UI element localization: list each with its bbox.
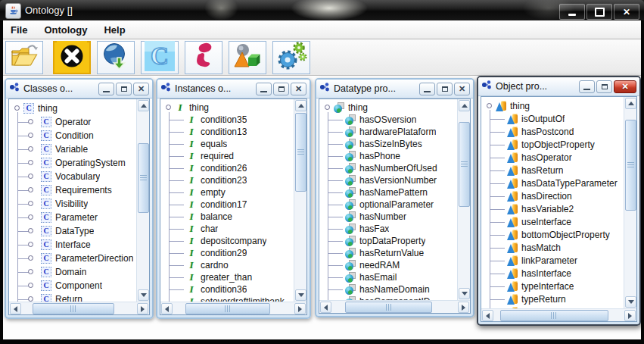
scroll-down-button[interactable] [295,289,306,301]
tree-row-root[interactable]: Cthing [9,102,136,115]
tree-row[interactable]: CParameter [9,211,136,224]
horizontal-scroll-thumb[interactable] [33,303,114,314]
tree-row[interactable]: hasMatch [481,241,624,254]
horizontal-scrollbar[interactable] [9,302,149,314]
tree-row[interactable]: hasDirection [481,189,624,202]
expand-handle-icon[interactable] [487,103,492,108]
tree-row[interactable]: hasNamePattern [319,186,457,199]
tree-row[interactable]: bottomObjectProperty [481,228,624,241]
vertical-scroll-thumb[interactable] [138,143,149,213]
tree-row[interactable]: hasReturnValue [319,247,457,259]
scroll-right-button[interactable] [137,303,148,314]
expand-handle-icon[interactable] [28,269,33,274]
expand-handle-icon[interactable] [28,283,33,288]
tree-row[interactable]: hasPhone [319,150,457,162]
vertical-scroll-thumb[interactable] [295,113,306,192]
tree-row[interactable]: CDataType [9,224,136,238]
scroll-left-button[interactable] [161,303,173,314]
scroll-down-button[interactable] [459,288,470,299]
tree-row-root[interactable]: Ithing [160,102,294,114]
expand-handle-icon[interactable] [325,105,330,110]
tree-row[interactable]: linkParameter [481,254,624,267]
expand-handle-icon[interactable] [28,242,33,247]
tree-row[interactable]: Isetoverdraftlimitbank [160,296,294,302]
shapes-tool-button[interactable] [229,41,266,74]
settings-tool-button[interactable] [272,41,310,74]
tree-row[interactable]: hasOperator [481,151,624,164]
frame-maximize-button[interactable] [596,80,612,93]
frame-minimize-button[interactable] [256,83,272,95]
menu-ontology[interactable]: Ontology [44,24,87,36]
scroll-down-button[interactable] [625,296,636,308]
expand-handle-icon[interactable] [28,160,33,165]
frame-minimize-button[interactable] [579,80,595,93]
tree-row[interactable]: hasSizeInBytes [319,138,457,150]
horizontal-scroll-thumb[interactable] [185,303,270,314]
tree-row[interactable]: hasNumber [319,211,457,223]
instances-tool-button[interactable] [185,41,222,74]
tree-row[interactable]: COperatingSystem [9,156,136,170]
internal-frame-titlebar[interactable]: Object pro...✕ [478,77,639,96]
tree-row[interactable]: Irequired [160,150,294,162]
tree-row[interactable]: CRequirements [9,183,136,197]
tree-row[interactable]: hasVariable2 [481,202,624,215]
tree-row[interactable]: CReturn [9,292,136,302]
close-ontology-button[interactable] [53,41,91,74]
internal-frame-object[interactable]: Object pro...✕thingisOutputOfhasPostcond… [477,76,641,326]
tree-row[interactable]: CParameterDirection [9,252,136,265]
tree-row[interactable]: hasPostcond [481,125,624,138]
frame-close-button[interactable]: ✕ [454,83,470,95]
vertical-scroll-thumb[interactable] [459,122,470,207]
tree-row[interactable]: hasVersionNumber [319,174,457,186]
scroll-left-button[interactable] [482,310,493,321]
tree-row[interactable]: CCondition [9,129,136,142]
vertical-scrollbar[interactable] [624,97,636,308]
scroll-right-button[interactable] [294,303,306,314]
menu-help[interactable]: Help [104,24,125,36]
expand-handle-icon[interactable] [28,119,33,124]
download-ontology-button[interactable] [97,41,135,74]
tree-row[interactable]: Iempty [160,186,294,199]
vertical-scrollbar[interactable] [294,99,306,302]
tree-row[interactable]: Icardno [160,259,294,271]
tree-row[interactable]: Igreater_than [160,271,294,283]
tree-row[interactable]: topDataProperty [319,235,457,247]
tree-row[interactable]: hasOSversion [319,114,457,126]
expand-handle-icon[interactable] [28,146,33,152]
tree-row[interactable]: hasEmail [319,271,457,283]
horizontal-scrollbar[interactable] [160,302,306,314]
scroll-up-button[interactable] [459,100,470,111]
open-ontology-button[interactable] [5,41,43,74]
expand-handle-icon[interactable] [14,105,20,111]
tree-row-root[interactable]: thing [319,102,457,114]
tree-row[interactable]: CInterface [9,238,136,252]
scroll-right-button[interactable] [458,302,469,313]
expand-handle-icon[interactable] [28,255,33,261]
scroll-left-button[interactable] [320,302,331,313]
frame-close-button[interactable]: ✕ [614,80,636,93]
frame-maximize-button[interactable] [437,83,453,95]
tree-row[interactable]: hasDataTypeParameter [481,177,624,189]
internal-frame-classes[interactable]: Classes o...✕CthingCOperatorCConditionCV… [5,78,154,319]
internal-frame-titlebar[interactable]: Datatype pro...✕ [316,80,473,99]
tree-row[interactable]: COperator [9,115,136,129]
horizontal-scroll-thumb[interactable] [500,310,609,321]
tree-row[interactable]: hasNameDomain [319,283,457,296]
tree-row[interactable]: hardwarePlataform [319,126,457,138]
scroll-up-button[interactable] [625,98,636,109]
expand-handle-icon[interactable] [28,133,33,138]
expand-handle-icon[interactable] [28,174,33,179]
horizontal-scroll-thumb[interactable] [345,302,432,313]
tree-row[interactable]: Icondition13 [160,126,294,138]
tree-row[interactable]: typeReturn [481,292,624,305]
frame-maximize-button[interactable] [273,83,289,95]
tree-row[interactable]: CVocabulary [9,170,136,183]
tree-row[interactable]: Iequals [160,138,294,150]
expand-handle-icon[interactable] [28,296,33,302]
tree-row-root[interactable]: thing [481,99,624,112]
window-close-button[interactable]: ✕ [614,4,639,20]
horizontal-scrollbar[interactable] [481,308,636,321]
vertical-scroll-thumb[interactable] [625,120,636,211]
tree-row[interactable]: CVariable [9,142,136,156]
tree-row[interactable]: needRAM [319,259,457,271]
